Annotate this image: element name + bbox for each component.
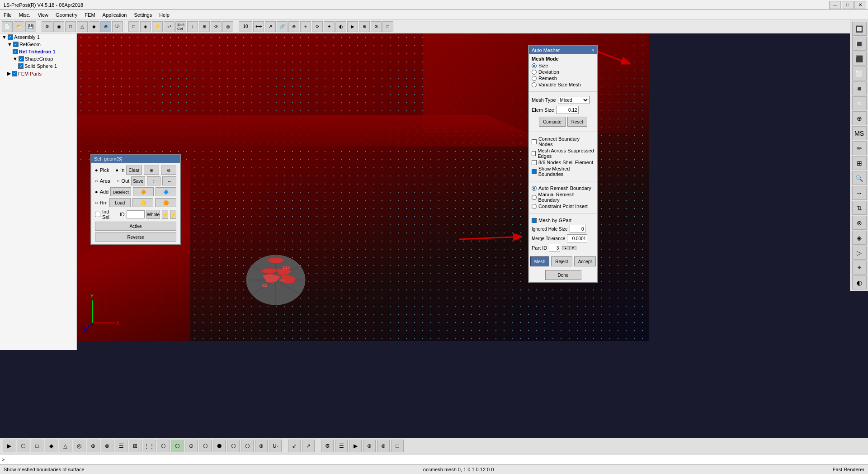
tree-checkbox-shapegroup[interactable]: [19, 56, 24, 62]
bt-btn-28[interactable]: □: [391, 440, 404, 452]
close-button[interactable]: ✕: [854, 1, 866, 9]
rt-btn-4[interactable]: ⬜: [852, 66, 867, 81]
bt-btn-12[interactable]: ⬡: [157, 440, 170, 452]
toolbar-new[interactable]: 📄: [2, 21, 13, 32]
toolbar-btn21[interactable]: ⟳: [312, 21, 323, 32]
toolbar-btn9[interactable]: ◈: [140, 21, 151, 32]
toolbar-open[interactable]: 📂: [14, 21, 24, 32]
mesh-mode-size-row[interactable]: Size: [532, 63, 594, 68]
toolbar-btn12[interactable]: ↕: [187, 21, 198, 32]
part-id-down-btn[interactable]: ▼: [569, 246, 576, 250]
mesh-mode-variable-radio[interactable]: [532, 82, 537, 87]
rt-btn-1[interactable]: 🔲: [852, 22, 867, 36]
maximize-button[interactable]: □: [842, 1, 854, 9]
rt-btn-16[interactable]: ▷: [852, 246, 867, 260]
toolbar-btn5[interactable]: ◆: [89, 21, 99, 32]
cmdline-input[interactable]: [6, 457, 866, 462]
rt-btn-3[interactable]: ⬛: [852, 52, 867, 66]
toolbar-btn23[interactable]: ◐: [335, 21, 346, 32]
mesh-mode-remesh-radio[interactable]: [532, 76, 537, 81]
menu-settings[interactable]: Settings: [130, 11, 156, 19]
toolbar-btn3[interactable]: □: [65, 21, 76, 32]
part-id-up-btn[interactable]: ▲: [562, 246, 569, 250]
mesh-mode-remesh-row[interactable]: Remesh: [532, 76, 594, 81]
sel-icons-btn2[interactable]: ⊖: [161, 166, 176, 175]
sel-reverse-btn[interactable]: Reverse: [95, 232, 176, 242]
bt-btn-9[interactable]: ☰: [115, 440, 127, 452]
toolbar-btn13[interactable]: ⊞: [199, 21, 210, 32]
sel-save-btn[interactable]: Save: [131, 176, 145, 185]
menu-fem[interactable]: FEM: [81, 11, 99, 19]
bt-btn-25[interactable]: ▶: [349, 440, 362, 452]
sel-icons-btn1[interactable]: ⊕: [144, 166, 159, 175]
bt-btn-26[interactable]: ⊕: [363, 440, 376, 452]
sel-deselect-btn[interactable]: Deselect: [110, 187, 131, 196]
rt-btn-12[interactable]: ↔: [852, 186, 867, 200]
bt-btn-11[interactable]: ⋮⋮: [143, 440, 156, 452]
mesh-across-row[interactable]: Mesh Across Suppressed Edges: [532, 148, 594, 159]
toolbar-btn14[interactable]: ⟳: [211, 21, 222, 32]
sel-icons-btn9[interactable]: ⚡: [162, 210, 168, 219]
tree-checkbox-femparts[interactable]: [12, 71, 17, 76]
toolbar-btn25[interactable]: ⊕: [359, 21, 370, 32]
sel-ind-checkbox[interactable]: [95, 212, 100, 217]
toolbar-btn8[interactable]: □: [128, 21, 139, 32]
constraint-point-row[interactable]: Constraint Point Insert: [532, 204, 594, 209]
bt-btn-6[interactable]: ◎: [73, 440, 85, 452]
tree-item-refgeom[interactable]: ▼ RefGeom: [0, 41, 76, 48]
bt-btn-27[interactable]: ⊗: [377, 440, 390, 452]
sel-area-label[interactable]: Area: [100, 178, 110, 184]
mesh-gpart-checkbox[interactable]: [532, 218, 537, 223]
rt-btn-7[interactable]: ⊕: [852, 111, 867, 125]
compute-button[interactable]: Compute: [539, 117, 566, 127]
bt-btn-4[interactable]: ◆: [45, 440, 57, 452]
bt-btn-21[interactable]: ↙: [288, 440, 301, 452]
connect-boundary-row[interactable]: Connect Boundary Nodes: [532, 136, 594, 147]
toolbar-btn1[interactable]: ⚙: [42, 21, 52, 32]
bt-btn-7[interactable]: ⊕: [87, 440, 99, 452]
tree-checkbox-refgeom[interactable]: [13, 42, 19, 47]
toolbar-btn27[interactable]: □: [382, 21, 393, 32]
minimize-button[interactable]: —: [829, 1, 841, 9]
tree-item-femparts[interactable]: ▶ FEM Parts: [0, 70, 76, 77]
toolbar-btn11[interactable]: ⇄: [164, 21, 175, 32]
tree-checkbox-assembly1[interactable]: [8, 34, 13, 40]
sel-active-btn[interactable]: Active: [95, 222, 176, 231]
mesh-across-checkbox[interactable]: [532, 151, 536, 156]
sel-id-input[interactable]: [127, 210, 145, 218]
bt-btn-17[interactable]: ⬡: [227, 440, 240, 452]
manual-remesh-row[interactable]: Manual Remesh Boundary: [532, 192, 594, 203]
bt-btn-20[interactable]: U·: [269, 440, 282, 452]
sel-icons-btn4[interactable]: ↔: [162, 176, 176, 185]
auto-remesh-radio[interactable]: [532, 186, 537, 191]
bt-btn-24[interactable]: ☰: [335, 440, 348, 452]
tree-checkbox-reftrihedron[interactable]: [13, 49, 18, 54]
toolbar-btn19[interactable]: ⊕: [288, 21, 299, 32]
rt-btn-13[interactable]: ⇅: [852, 201, 867, 215]
auto-remesh-row[interactable]: Auto Remesh Boundary: [532, 185, 594, 191]
manual-remesh-radio[interactable]: [532, 195, 537, 200]
window-controls[interactable]: — □ ✕: [829, 1, 868, 9]
toolbar-btn24[interactable]: ▶: [347, 21, 358, 32]
sel-icons-btn6[interactable]: 🔷: [156, 187, 176, 196]
reset-button[interactable]: Reset: [567, 117, 587, 127]
toolbar-btn15[interactable]: ◎: [222, 21, 233, 32]
reject-button[interactable]: Reject: [551, 256, 572, 266]
bt-btn-3[interactable]: □: [31, 440, 43, 452]
rt-btn-5[interactable]: ◾: [852, 81, 867, 95]
sel-rm-label[interactable]: Rm: [100, 200, 108, 205]
menu-help[interactable]: Help: [156, 11, 173, 19]
bt-btn-23[interactable]: ⚙: [321, 440, 334, 452]
toolbar-btn7[interactable]: U·: [112, 21, 123, 32]
bt-btn-2[interactable]: ⬡: [17, 440, 29, 452]
auto-mesher-close-btn[interactable]: ×: [592, 47, 594, 53]
bt-btn-16[interactable]: ⬢: [213, 440, 226, 452]
merge-tol-input[interactable]: [567, 234, 587, 242]
bt-btn-8[interactable]: ⊗: [101, 440, 113, 452]
sel-icons-btn3[interactable]: ↕: [147, 176, 161, 185]
bt-btn-10[interactable]: ⊞: [129, 440, 142, 452]
bt-btn-14[interactable]: ⊙: [185, 440, 198, 452]
menu-application[interactable]: Application: [99, 11, 131, 19]
tree-item-reftrihedron[interactable]: Ref Trihedron 1: [0, 48, 76, 55]
toolbar-btn20[interactable]: ⌖: [300, 21, 311, 32]
